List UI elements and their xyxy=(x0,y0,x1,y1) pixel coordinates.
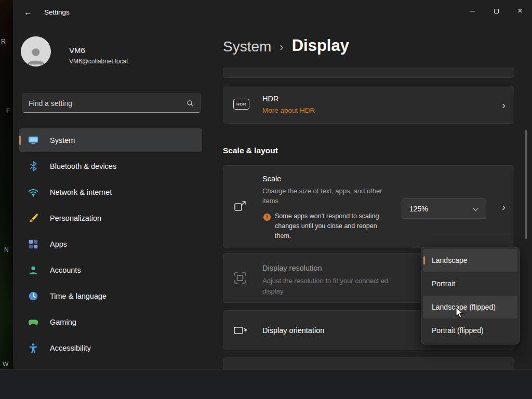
chevron-right-icon[interactable]: › xyxy=(502,201,506,213)
search-icon xyxy=(186,99,194,108)
menu-item-label: Portrait xyxy=(432,280,455,288)
sidebar-item-apps[interactable]: Apps xyxy=(19,232,202,256)
scale-warning-text: Some apps won't respond to scaling chang… xyxy=(275,211,384,241)
scale-dropdown[interactable]: 125% xyxy=(402,198,486,219)
accounts-person-icon xyxy=(28,264,39,276)
sidebar-item-label: Apps xyxy=(50,240,67,248)
scale-title: Scale xyxy=(262,175,281,183)
sidebar-item-gaming[interactable]: Gaming xyxy=(19,310,202,334)
profile-name: VM6 xyxy=(69,46,85,55)
mouse-cursor-icon xyxy=(455,307,464,321)
bluetooth-icon xyxy=(28,161,39,172)
wifi-icon xyxy=(28,187,39,198)
scale-card[interactable]: Scale Change the size of text, apps, and… xyxy=(223,165,514,248)
chevron-down-icon xyxy=(473,205,478,210)
chevron-right-icon[interactable]: › xyxy=(502,99,506,111)
settings-search[interactable] xyxy=(22,94,201,113)
sidebar-item-accounts[interactable]: Accounts xyxy=(19,258,202,282)
desktop-icon-label: E xyxy=(6,108,10,115)
avatar[interactable] xyxy=(21,36,51,66)
titlebar: ← Settings × xyxy=(13,0,532,25)
menu-item-label: Landscape xyxy=(432,256,468,264)
sidebar-item-accessibility[interactable]: Accessibility xyxy=(19,336,202,360)
hdr-card[interactable]: HDR HDR More about HDR › xyxy=(223,86,514,124)
minimize-icon xyxy=(470,11,475,11)
close-icon: × xyxy=(517,7,522,15)
breadcrumb-system[interactable]: System xyxy=(223,38,271,55)
sidebar-item-network[interactable]: Network & internet xyxy=(19,180,202,204)
clock-icon xyxy=(28,290,39,302)
window-title: Settings xyxy=(44,8,70,16)
sidebar-item-label: Time & language xyxy=(50,292,107,300)
partial-card-bottom xyxy=(223,357,514,369)
desktop-icon-label: W xyxy=(3,361,8,368)
hdr-title: HDR xyxy=(262,95,278,103)
settings-nav: System Bluetooth & devices Network & int… xyxy=(19,128,202,362)
orientation-menu: Landscape Portrait Landscape (flipped) P… xyxy=(421,247,520,344)
close-button[interactable]: × xyxy=(508,0,532,22)
hdr-icon: HDR xyxy=(233,99,249,110)
sidebar-item-system[interactable]: System xyxy=(19,128,202,152)
resolution-icon xyxy=(233,271,247,285)
display-resolution-description: Adjust the resolution to fit your connec… xyxy=(262,276,398,297)
sidebar-item-label: Gaming xyxy=(50,318,76,326)
sidebar-item-personalization[interactable]: Personalization xyxy=(19,206,202,230)
profile-email: VM6@collabnet.local xyxy=(69,58,128,65)
orientation-icon xyxy=(233,323,247,338)
apps-grid-icon xyxy=(28,238,39,250)
sidebar-item-label: Personalization xyxy=(50,214,101,222)
scale-value: 125% xyxy=(409,205,428,213)
scale-icon xyxy=(233,199,247,214)
display-resolution-title: Display resolution xyxy=(262,264,322,272)
maximize-icon xyxy=(494,9,499,14)
person-icon xyxy=(24,44,47,66)
desktop-background: R E N W ← Settings × VM6 VM6@collabnet.l… xyxy=(0,0,532,399)
system-icon xyxy=(28,135,39,146)
partial-card-top xyxy=(223,68,514,78)
breadcrumb-separator-icon: › xyxy=(280,41,283,54)
display-orientation-title: Display orientation xyxy=(262,326,324,335)
menu-item-portrait[interactable]: Portrait xyxy=(423,272,517,295)
sidebar-item-label: Accessibility xyxy=(50,344,91,352)
menu-item-landscape[interactable]: Landscape xyxy=(423,249,517,272)
taskbar: Search 2:38:00 PM 11/17/2 xyxy=(0,369,532,399)
back-arrow-icon: ← xyxy=(24,8,32,17)
back-button[interactable]: ← xyxy=(19,5,37,20)
sidebar-item-label: Accounts xyxy=(50,266,81,274)
menu-item-portrait-flipped[interactable]: Portrait (flipped) xyxy=(423,319,517,342)
sidebar-item-label: Network & internet xyxy=(50,188,112,196)
accessibility-person-icon xyxy=(28,342,39,354)
warning-icon: ! xyxy=(263,214,271,221)
content-scrollbar[interactable] xyxy=(525,130,527,239)
menu-item-landscape-flipped[interactable]: Landscape (flipped) xyxy=(423,296,517,318)
minimize-button[interactable] xyxy=(460,0,484,22)
sidebar-item-bluetooth[interactable]: Bluetooth & devices xyxy=(19,154,202,178)
sidebar-item-label: Bluetooth & devices xyxy=(50,162,116,170)
scale-description: Change the size of text, apps, and other… xyxy=(262,186,388,206)
gamepad-icon xyxy=(28,316,39,328)
page-title: Display xyxy=(292,36,349,55)
search-input[interactable] xyxy=(22,99,186,108)
menu-item-label: Portrait (flipped) xyxy=(432,326,484,335)
sidebar-item-label: System xyxy=(50,136,75,144)
brush-icon xyxy=(28,212,39,224)
desktop-icon-label: R xyxy=(1,38,6,45)
sidebar-item-time-language[interactable]: Time & language xyxy=(19,284,202,308)
desktop-icon-label: N xyxy=(4,246,9,254)
maximize-button[interactable] xyxy=(484,0,508,22)
settings-window: ← Settings × VM6 VM6@collabnet.local Sys xyxy=(13,0,532,369)
section-header: Scale & layout xyxy=(223,146,278,155)
scale-warning: ! Some apps won't respond to scaling cha… xyxy=(263,211,384,241)
breadcrumb: System › Display xyxy=(223,36,349,55)
more-about-hdr-link[interactable]: More about HDR xyxy=(262,107,315,114)
